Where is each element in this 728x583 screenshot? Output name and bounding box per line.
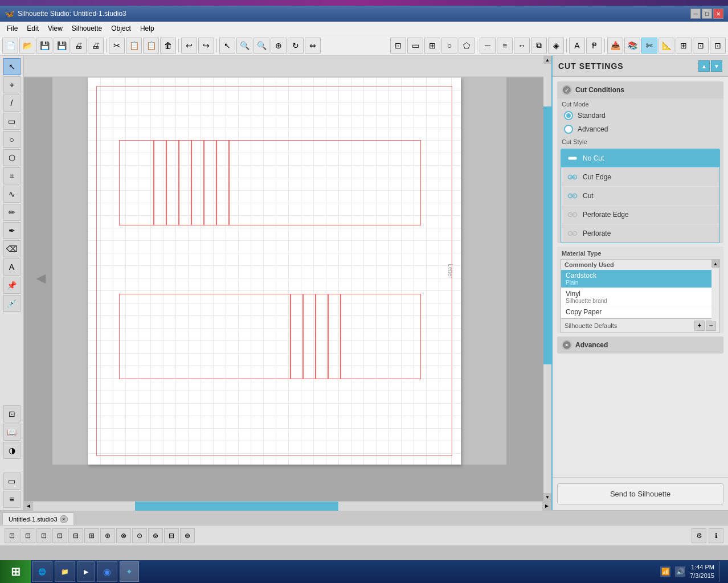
taskbar-chrome[interactable]: ◉ [97,561,117,582]
line-tool-left[interactable]: / [3,95,21,112]
paste-btn[interactable]: 📋 [143,38,159,54]
radio-advanced-row[interactable]: Advanced [557,122,723,136]
material-remove-btn[interactable]: − [706,321,716,331]
zoom-out-btn[interactable]: 🔍 [236,38,252,54]
save-btn[interactable]: 💾 [36,38,52,54]
material-add-btn[interactable]: + [694,321,705,331]
panel-expand-btn[interactable]: ▼ [711,60,722,72]
cut-style-cut-edge[interactable]: Cut Edge [561,168,719,187]
edit-points-btn[interactable]: ⊛ [180,528,195,543]
open-btn[interactable]: 📂 [19,38,35,54]
tab-untitled[interactable]: Untitled-1.studio3 × [2,512,74,525]
align-tool[interactable]: ≡ [497,38,513,54]
rotate-btn[interactable]: ↻ [288,38,304,54]
slice-btn[interactable]: ⊚ [148,528,163,543]
flip-btn[interactable]: ⇔ [305,38,321,54]
print2-btn[interactable]: 🖨 [88,38,104,54]
view-tool2[interactable]: 📖 [3,424,21,441]
material-copy-paper[interactable]: Copy Paper [561,306,719,318]
redo-btn[interactable]: ↪ [198,38,214,54]
menu-silhouette[interactable]: Silhouette [67,23,107,34]
pencil-tool-left[interactable]: ✒ [3,222,21,239]
weld-btn[interactable]: ⊙ [132,528,147,543]
pattern-tool[interactable]: ◈ [548,38,564,54]
canvas-area[interactable]: ◄ [24,56,551,501]
undo-btn[interactable]: ↩ [181,38,197,54]
extra1-btn[interactable]: ⊡ [693,38,709,54]
grid-tool[interactable]: ⊞ [424,38,440,54]
cut-style-perforate-edge[interactable]: Perforate Edge [561,206,719,224]
advanced-header[interactable]: Advanced [557,336,723,354]
cut-style-no-cut[interactable]: No Cut [561,149,719,168]
scroll-thumb[interactable] [543,106,551,364]
taskbar-ie[interactable]: 🌐 [32,561,52,582]
radio-standard[interactable] [564,111,573,120]
align-right-btn[interactable]: ⊡ [36,528,51,543]
rect-tool[interactable]: ▭ [407,38,423,54]
material-cardstock[interactable]: Cardstock Plain [561,270,719,288]
pin-tool-left[interactable]: 📌 [3,277,21,294]
maximize-button[interactable]: □ [702,9,712,19]
cut-conditions-header[interactable]: ✓ Cut Conditions [557,81,723,98]
poly-tool[interactable]: ⬠ [459,38,475,54]
line-tool2[interactable]: ─ [480,38,496,54]
menu-edit[interactable]: Edit [22,23,43,34]
page-setup-btn[interactable]: 📐 [659,38,674,54]
radio-advanced[interactable] [564,125,573,134]
menu-view[interactable]: View [43,23,67,34]
scroll-right-arrow[interactable]: ► [542,502,551,511]
view-tool3[interactable]: ◑ [3,442,21,459]
cut-style-cut[interactable]: Cut [561,187,719,206]
radio-standard-row[interactable]: Standard [557,109,723,122]
material-scrollbar[interactable]: ▲ [711,260,719,321]
zoom-in-btn[interactable]: 🔍 [253,38,269,54]
print-btn[interactable]: 🖨 [71,38,87,54]
ungroup-btn[interactable]: ⊞ [84,528,99,543]
scroll-up-arrow[interactable]: ▲ [543,56,551,64]
view-tool1[interactable]: ⊡ [3,405,21,422]
taskbar-mediaplayer[interactable]: ▶ [77,561,95,582]
copy-btn[interactable]: 📋 [126,38,142,54]
menu-help[interactable]: Help [136,23,159,34]
transform-tool[interactable]: ↔ [514,38,530,54]
scroll-down-arrow[interactable]: ▼ [543,493,551,501]
cut-btn[interactable]: ✂ [109,38,125,54]
intersect-btn[interactable]: ⊗ [116,528,131,543]
node-tool-left[interactable]: ⌖ [3,76,21,93]
taskbar-explorer[interactable]: 📁 [55,561,75,582]
page-nav-arrow[interactable]: ◄ [33,269,49,288]
replicate-bottom-btn[interactable]: ⊟ [164,528,179,543]
start-button[interactable]: ⊞ [0,560,31,583]
panel-collapse-btn[interactable]: ▲ [698,60,710,72]
taskbar-silhouette[interactable]: ✦ [120,561,139,582]
circle-tool[interactable]: ○ [441,38,457,54]
lasso-tool-left[interactable]: ⌗ [3,167,21,184]
extra2-btn[interactable]: ⊡ [710,38,726,54]
close-button[interactable]: ✕ [713,9,723,19]
send-to-silhouette-button[interactable]: Send to Silhouette [557,483,723,504]
polygon-tool-left[interactable]: ⬡ [3,149,21,166]
info-btn[interactable]: ℹ [709,528,723,543]
pointer-btn[interactable]: ↖ [219,38,235,54]
menu-file[interactable]: File [2,23,22,34]
grid-settings-btn[interactable]: ⊞ [676,38,692,54]
new-btn[interactable]: 📄 [2,38,18,54]
select-tool-left[interactable]: ↖ [3,58,21,75]
stacked-view[interactable]: ≡ [3,491,21,508]
settings-btn[interactable]: ⚙ [692,528,706,543]
cut-settings-panel-btn[interactable]: ✄ [641,38,657,54]
eraser-tool-left[interactable]: ⌫ [3,240,21,257]
h-scroll-thumb[interactable] [135,502,339,511]
select-tool[interactable]: ⊡ [390,38,406,54]
zoom-fit-btn[interactable]: ⊕ [271,38,287,54]
rect-tool-left[interactable]: ▭ [3,113,21,130]
cut-style-perforate[interactable]: Perforate [561,224,719,243]
library-btn[interactable]: 📚 [624,38,640,54]
delete-btn[interactable]: 🗑 [160,38,176,54]
font-btn[interactable]: Ᵽ [586,38,602,54]
material-scroll-up[interactable]: ▲ [711,260,719,268]
align-center-btn[interactable]: ⊡ [21,528,35,543]
bezier-tool-left[interactable]: ∿ [3,186,21,203]
align-left-btn[interactable]: ⊡ [5,528,19,543]
distribute-h-btn[interactable]: ⊡ [52,528,67,543]
